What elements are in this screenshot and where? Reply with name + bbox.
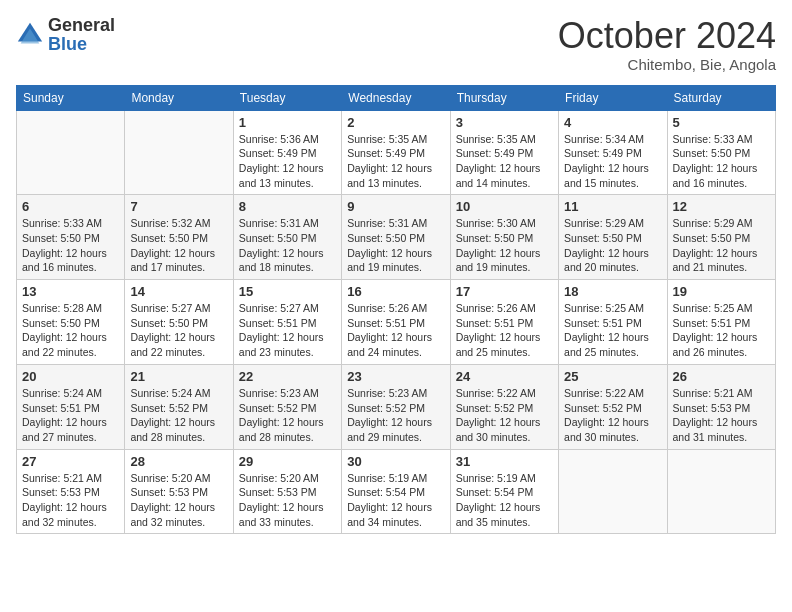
- day-info: Sunrise: 5:20 AM Sunset: 5:53 PM Dayligh…: [130, 471, 227, 530]
- day-number: 21: [130, 369, 227, 384]
- calendar-week-2: 6Sunrise: 5:33 AM Sunset: 5:50 PM Daylig…: [17, 195, 776, 280]
- calendar-cell: 2Sunrise: 5:35 AM Sunset: 5:49 PM Daylig…: [342, 110, 450, 195]
- day-number: 17: [456, 284, 553, 299]
- weekday-header-friday: Friday: [559, 85, 667, 110]
- day-info: Sunrise: 5:22 AM Sunset: 5:52 PM Dayligh…: [456, 386, 553, 445]
- day-info: Sunrise: 5:23 AM Sunset: 5:52 PM Dayligh…: [347, 386, 444, 445]
- logo-general: General: [48, 15, 115, 35]
- day-number: 12: [673, 199, 770, 214]
- day-number: 24: [456, 369, 553, 384]
- calendar-cell: 21Sunrise: 5:24 AM Sunset: 5:52 PM Dayli…: [125, 364, 233, 449]
- day-info: Sunrise: 5:24 AM Sunset: 5:51 PM Dayligh…: [22, 386, 119, 445]
- day-info: Sunrise: 5:21 AM Sunset: 5:53 PM Dayligh…: [22, 471, 119, 530]
- calendar-cell: 4Sunrise: 5:34 AM Sunset: 5:49 PM Daylig…: [559, 110, 667, 195]
- page-header: General Blue October 2024 Chitembo, Bie,…: [16, 16, 776, 73]
- day-info: Sunrise: 5:28 AM Sunset: 5:50 PM Dayligh…: [22, 301, 119, 360]
- day-info: Sunrise: 5:33 AM Sunset: 5:50 PM Dayligh…: [673, 132, 770, 191]
- weekday-header-thursday: Thursday: [450, 85, 558, 110]
- day-info: Sunrise: 5:27 AM Sunset: 5:50 PM Dayligh…: [130, 301, 227, 360]
- day-info: Sunrise: 5:27 AM Sunset: 5:51 PM Dayligh…: [239, 301, 336, 360]
- calendar-cell: 27Sunrise: 5:21 AM Sunset: 5:53 PM Dayli…: [17, 449, 125, 534]
- logo-blue: Blue: [48, 34, 87, 54]
- calendar-cell: 11Sunrise: 5:29 AM Sunset: 5:50 PM Dayli…: [559, 195, 667, 280]
- day-number: 20: [22, 369, 119, 384]
- day-info: Sunrise: 5:35 AM Sunset: 5:49 PM Dayligh…: [456, 132, 553, 191]
- day-number: 13: [22, 284, 119, 299]
- day-info: Sunrise: 5:22 AM Sunset: 5:52 PM Dayligh…: [564, 386, 661, 445]
- calendar-cell: 31Sunrise: 5:19 AM Sunset: 5:54 PM Dayli…: [450, 449, 558, 534]
- day-info: Sunrise: 5:32 AM Sunset: 5:50 PM Dayligh…: [130, 216, 227, 275]
- calendar-cell: 9Sunrise: 5:31 AM Sunset: 5:50 PM Daylig…: [342, 195, 450, 280]
- day-info: Sunrise: 5:33 AM Sunset: 5:50 PM Dayligh…: [22, 216, 119, 275]
- day-info: Sunrise: 5:29 AM Sunset: 5:50 PM Dayligh…: [564, 216, 661, 275]
- day-number: 5: [673, 115, 770, 130]
- day-info: Sunrise: 5:29 AM Sunset: 5:50 PM Dayligh…: [673, 216, 770, 275]
- day-info: Sunrise: 5:19 AM Sunset: 5:54 PM Dayligh…: [456, 471, 553, 530]
- calendar-cell: 29Sunrise: 5:20 AM Sunset: 5:53 PM Dayli…: [233, 449, 341, 534]
- location-title: Chitembo, Bie, Angola: [558, 56, 776, 73]
- calendar-week-4: 20Sunrise: 5:24 AM Sunset: 5:51 PM Dayli…: [17, 364, 776, 449]
- day-number: 14: [130, 284, 227, 299]
- calendar-cell: 30Sunrise: 5:19 AM Sunset: 5:54 PM Dayli…: [342, 449, 450, 534]
- calendar-cell: 1Sunrise: 5:36 AM Sunset: 5:49 PM Daylig…: [233, 110, 341, 195]
- calendar-body: 1Sunrise: 5:36 AM Sunset: 5:49 PM Daylig…: [17, 110, 776, 534]
- day-info: Sunrise: 5:26 AM Sunset: 5:51 PM Dayligh…: [347, 301, 444, 360]
- calendar-cell: 24Sunrise: 5:22 AM Sunset: 5:52 PM Dayli…: [450, 364, 558, 449]
- day-number: 18: [564, 284, 661, 299]
- day-info: Sunrise: 5:24 AM Sunset: 5:52 PM Dayligh…: [130, 386, 227, 445]
- day-number: 8: [239, 199, 336, 214]
- day-number: 27: [22, 454, 119, 469]
- calendar-week-1: 1Sunrise: 5:36 AM Sunset: 5:49 PM Daylig…: [17, 110, 776, 195]
- day-number: 9: [347, 199, 444, 214]
- calendar-cell: [17, 110, 125, 195]
- day-info: Sunrise: 5:31 AM Sunset: 5:50 PM Dayligh…: [239, 216, 336, 275]
- day-number: 1: [239, 115, 336, 130]
- day-number: 26: [673, 369, 770, 384]
- logo: General Blue: [16, 16, 115, 54]
- day-number: 30: [347, 454, 444, 469]
- calendar-cell: 20Sunrise: 5:24 AM Sunset: 5:51 PM Dayli…: [17, 364, 125, 449]
- calendar-cell: [559, 449, 667, 534]
- day-info: Sunrise: 5:19 AM Sunset: 5:54 PM Dayligh…: [347, 471, 444, 530]
- day-info: Sunrise: 5:34 AM Sunset: 5:49 PM Dayligh…: [564, 132, 661, 191]
- day-number: 15: [239, 284, 336, 299]
- calendar-week-3: 13Sunrise: 5:28 AM Sunset: 5:50 PM Dayli…: [17, 280, 776, 365]
- calendar-cell: 18Sunrise: 5:25 AM Sunset: 5:51 PM Dayli…: [559, 280, 667, 365]
- day-number: 4: [564, 115, 661, 130]
- day-number: 25: [564, 369, 661, 384]
- day-number: 29: [239, 454, 336, 469]
- calendar-cell: 13Sunrise: 5:28 AM Sunset: 5:50 PM Dayli…: [17, 280, 125, 365]
- calendar-cell: 16Sunrise: 5:26 AM Sunset: 5:51 PM Dayli…: [342, 280, 450, 365]
- weekday-header-monday: Monday: [125, 85, 233, 110]
- day-number: 28: [130, 454, 227, 469]
- weekday-header-tuesday: Tuesday: [233, 85, 341, 110]
- calendar-cell: 25Sunrise: 5:22 AM Sunset: 5:52 PM Dayli…: [559, 364, 667, 449]
- calendar-cell: 22Sunrise: 5:23 AM Sunset: 5:52 PM Dayli…: [233, 364, 341, 449]
- calendar-cell: 5Sunrise: 5:33 AM Sunset: 5:50 PM Daylig…: [667, 110, 775, 195]
- day-number: 19: [673, 284, 770, 299]
- weekday-header-row: SundayMondayTuesdayWednesdayThursdayFrid…: [17, 85, 776, 110]
- day-info: Sunrise: 5:30 AM Sunset: 5:50 PM Dayligh…: [456, 216, 553, 275]
- day-number: 31: [456, 454, 553, 469]
- calendar-cell: 6Sunrise: 5:33 AM Sunset: 5:50 PM Daylig…: [17, 195, 125, 280]
- calendar-week-5: 27Sunrise: 5:21 AM Sunset: 5:53 PM Dayli…: [17, 449, 776, 534]
- calendar-cell: 19Sunrise: 5:25 AM Sunset: 5:51 PM Dayli…: [667, 280, 775, 365]
- day-info: Sunrise: 5:31 AM Sunset: 5:50 PM Dayligh…: [347, 216, 444, 275]
- calendar-cell: 12Sunrise: 5:29 AM Sunset: 5:50 PM Dayli…: [667, 195, 775, 280]
- logo-text: General Blue: [48, 16, 115, 54]
- calendar-cell: 10Sunrise: 5:30 AM Sunset: 5:50 PM Dayli…: [450, 195, 558, 280]
- calendar-cell: 3Sunrise: 5:35 AM Sunset: 5:49 PM Daylig…: [450, 110, 558, 195]
- calendar-cell: 28Sunrise: 5:20 AM Sunset: 5:53 PM Dayli…: [125, 449, 233, 534]
- calendar-cell: 15Sunrise: 5:27 AM Sunset: 5:51 PM Dayli…: [233, 280, 341, 365]
- day-number: 3: [456, 115, 553, 130]
- calendar-cell: 14Sunrise: 5:27 AM Sunset: 5:50 PM Dayli…: [125, 280, 233, 365]
- calendar-cell: 8Sunrise: 5:31 AM Sunset: 5:50 PM Daylig…: [233, 195, 341, 280]
- day-info: Sunrise: 5:35 AM Sunset: 5:49 PM Dayligh…: [347, 132, 444, 191]
- day-info: Sunrise: 5:26 AM Sunset: 5:51 PM Dayligh…: [456, 301, 553, 360]
- day-number: 6: [22, 199, 119, 214]
- calendar-cell: [667, 449, 775, 534]
- day-number: 10: [456, 199, 553, 214]
- calendar-cell: 7Sunrise: 5:32 AM Sunset: 5:50 PM Daylig…: [125, 195, 233, 280]
- calendar-cell: 23Sunrise: 5:23 AM Sunset: 5:52 PM Dayli…: [342, 364, 450, 449]
- day-info: Sunrise: 5:25 AM Sunset: 5:51 PM Dayligh…: [673, 301, 770, 360]
